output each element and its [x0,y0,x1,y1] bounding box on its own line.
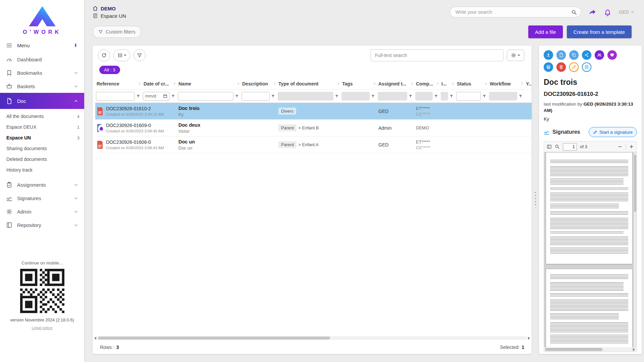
custom-filters-button[interactable]: Custom filters [93,26,141,38]
column-header-assigned[interactable]: Assigned t... [377,81,415,86]
horizontal-scrollbar[interactable] [93,336,531,341]
column-header-company[interactable]: Comp... [415,81,440,86]
chevron-right-icon[interactable] [236,82,240,85]
app-logo[interactable]: O'WORK [0,0,84,38]
column-header-status[interactable]: Status [455,81,488,86]
document-reference[interactable]: DOC230926-01610-2 [106,106,164,111]
column-header-reference[interactable]: Reference [95,81,142,86]
viewer-search-button[interactable] [555,144,560,149]
filter-select-assigned[interactable] [378,92,407,101]
sidebar-item-doc[interactable]: Doc [0,93,84,109]
download-button[interactable] [544,50,553,60]
document-reference[interactable]: DOC230926-01608-0 [106,139,164,145]
column-header-workflow[interactable]: Workflow [488,81,525,86]
global-search-input[interactable] [455,9,571,15]
zoom-in-button[interactable] [629,144,634,149]
document-name[interactable]: Doc deux [178,122,241,128]
sidebar-item-baskets[interactable]: Baskets [0,79,84,93]
sidebar-item-repository[interactable]: Repository [0,218,84,232]
filter-funnel-icon[interactable] [519,94,523,98]
filter-select-company[interactable] [415,92,433,101]
filter-chip-all[interactable]: All : 3 [99,66,120,74]
sidebar-item-signatures[interactable]: Signatures [0,191,84,205]
properties-button[interactable] [582,62,591,72]
start-signature-button[interactable]: Start a signature [589,127,637,137]
filter-select-type[interactable] [278,92,333,101]
sidebar-item-dashboard[interactable]: Dashboard [0,53,84,66]
table-row-doc-deux[interactable]: DOC230926-01609-0 Created on 9/26/2023 3… [95,120,532,136]
column-header-date[interactable]: Date of cr... [142,81,177,86]
sidebar-item-bookmarks[interactable]: Bookmarks [0,66,84,79]
favorite-button[interactable] [607,50,617,60]
chevron-right-icon[interactable] [138,82,142,85]
share-button[interactable] [589,8,596,16]
search-icon[interactable] [571,9,577,15]
chevron-right-icon[interactable] [273,82,276,85]
filter-input-name[interactable] [178,92,233,101]
chevron-right-icon[interactable] [336,82,340,85]
column-header-y[interactable]: Y... [525,81,532,86]
scroll-right-icon[interactable] [633,348,635,351]
chevron-right-icon[interactable] [410,82,414,85]
global-search[interactable] [450,7,581,17]
chevron-right-icon[interactable] [373,82,376,85]
workspace-breadcrumb[interactable]: DEMO [93,6,126,11]
sidebar-item-all-documents[interactable]: All the documents 4 [0,111,84,122]
pin-icon[interactable] [73,43,78,48]
filter-funnel-icon[interactable] [482,94,486,98]
scroll-right-icon[interactable] [528,337,530,340]
filter-select-workflow[interactable] [489,92,517,101]
sidebar-menu-toggle[interactable]: Menu [0,38,84,53]
sidebar-item-espace-un[interactable]: Espace UN 3 [0,132,84,143]
chevron-right-icon[interactable] [173,82,176,85]
print-button[interactable] [544,62,553,72]
calendar-icon[interactable] [163,94,167,98]
pdf-canvas[interactable] [544,152,637,347]
create-from-template-button[interactable]: Create from a template [567,25,632,38]
sidebar-item-assignments[interactable]: Assignments [0,178,84,191]
column-header-tags[interactable]: Tags [341,81,377,86]
chevron-right-icon[interactable] [520,82,524,85]
refresh-button[interactable] [98,49,110,61]
filter-funnel-icon[interactable] [449,94,453,98]
document-name[interactable]: Doc trois [178,106,241,111]
scrollbar-thumb[interactable] [545,348,602,351]
duplicate-button[interactable] [569,50,579,60]
document-name[interactable]: Doc un [178,139,241,144]
share-document-button[interactable] [582,50,591,60]
document-reference[interactable]: DOC230926-01609-0 [106,123,164,128]
scrollbar-track[interactable] [97,336,527,340]
filters-button[interactable] [133,49,146,61]
table-row-doc-un[interactable]: DOC230926-01608-0 Created on 9/26/2023 3… [95,136,532,153]
column-header-type[interactable]: Type of document [277,81,341,86]
filter-input-description[interactable] [241,92,270,101]
filter-funnel-icon[interactable] [171,94,175,98]
edit-button[interactable] [569,62,579,72]
delete-button[interactable] [556,62,566,72]
filter-input-status[interactable] [456,92,481,101]
chevron-right-icon[interactable] [436,82,439,85]
viewer-vertical-scrollbar[interactable] [634,152,637,347]
sidebar-item-deleted-documents[interactable]: Deleted documents [0,154,84,165]
table-row-doc-trois[interactable]: DOC230926-01610-2 Created on 9/26/2023 3… [95,103,532,120]
filter-funnel-icon[interactable] [335,94,339,98]
filter-input-reference[interactable] [96,92,135,101]
add-file-button[interactable]: Add a file [528,25,563,38]
filter-funnel-icon[interactable] [371,94,375,98]
panel-resize-handle[interactable] [532,46,539,354]
export-file-button[interactable] [556,50,566,60]
scroll-left-icon[interactable] [94,337,96,340]
column-header-description[interactable]: Description [241,81,277,86]
space-breadcrumb[interactable]: Espace UN [93,13,126,19]
filter-select-i[interactable] [441,92,448,101]
filter-funnel-icon[interactable] [434,94,438,98]
viewer-sidebar-toggle[interactable] [547,144,552,149]
chevron-right-icon[interactable] [484,82,488,85]
sidebar-item-history-track[interactable]: History track [0,165,84,175]
legal-notice-link[interactable]: Legal notice [0,326,84,330]
chevron-right-icon[interactable] [451,82,455,85]
filter-funnel-icon[interactable] [271,94,275,98]
sidebar-item-espace-deux[interactable]: Espace DEUX 1 [0,122,84,132]
notifications-button[interactable] [604,8,611,16]
column-header-i[interactable]: I... [440,81,455,86]
